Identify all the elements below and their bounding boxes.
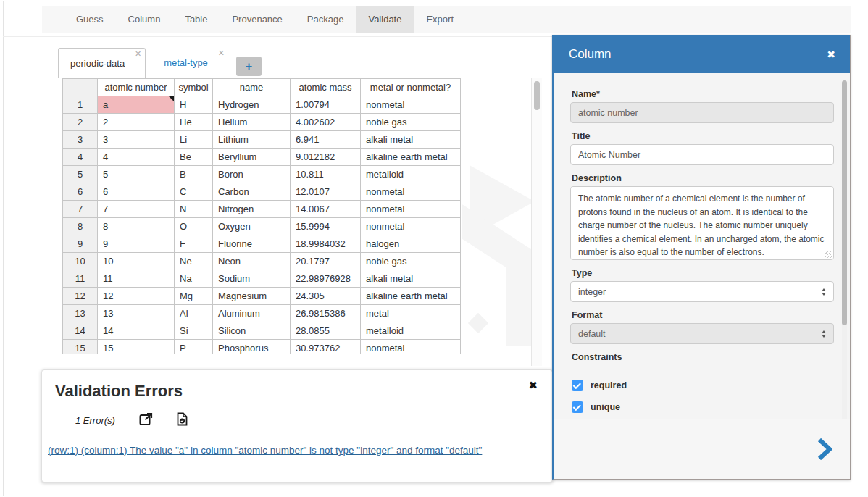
next-column-button[interactable] [817,438,832,463]
grid-cell[interactable]: alkaline earth metal [361,288,461,305]
grid-cell[interactable]: 20.1797 [291,253,361,270]
grid-cell[interactable]: Mg [175,288,213,305]
grid-cell-error[interactable]: a [98,96,175,114]
grid-cell[interactable]: 11 [98,270,175,288]
grid-cell[interactable]: noble gas [361,253,461,270]
nav-tab-provenance[interactable]: Provenance [220,6,294,33]
nav-tab-validate[interactable]: Validate [356,6,414,33]
grid-cell[interactable]: Hydrogen [213,96,291,114]
grid-cell[interactable]: 15.9994 [291,218,361,235]
row-number[interactable]: 2 [63,114,98,131]
grid-cell[interactable]: 6 [98,183,175,201]
grid-cell[interactable]: H [175,96,213,114]
grid-cell[interactable]: metalloid [361,322,461,340]
grid-cell[interactable]: F [175,235,213,253]
row-number[interactable]: 7 [63,201,98,218]
grid-cell[interactable]: Carbon [213,183,291,201]
grid-cell[interactable]: Beryllium [213,149,291,166]
grid-cell[interactable]: 22.98976928 [291,270,361,288]
required-checkbox[interactable] [572,380,583,391]
grid-column-header[interactable] [63,79,98,96]
grid-cell[interactable]: Oxygen [213,218,291,235]
row-number[interactable]: 14 [63,322,98,340]
grid-cell[interactable]: nonmetal [361,340,461,355]
grid-cell[interactable]: 12.0107 [291,183,361,201]
row-number[interactable]: 11 [63,270,98,288]
grid-cell[interactable]: 14.0067 [291,201,361,218]
grid-cell[interactable]: nonmetal [361,201,461,218]
grid-cell[interactable]: metal [361,305,461,322]
table-scrollbar-track[interactable] [531,78,542,366]
grid-cell[interactable]: Al [175,305,213,322]
grid-cell[interactable]: P [175,340,213,355]
type-select[interactable]: integer [570,281,834,302]
grid-cell[interactable]: 30.973762 [291,340,361,355]
grid-cell[interactable]: N [175,201,213,218]
nav-tab-package[interactable]: Package [295,6,356,33]
grid-cell[interactable]: Li [175,131,213,149]
sheet-tab-periodic-data[interactable]: periodic-data✕ [58,48,146,78]
grid-cell[interactable]: O [175,218,213,235]
grid-cell[interactable]: 18.9984032 [291,235,361,253]
grid-cell[interactable]: 10.811 [291,166,361,183]
grid-cell[interactable]: Fluorine [213,235,291,253]
table-scrollbar-thumb[interactable] [534,81,540,110]
grid-cell[interactable]: 4.002602 [291,114,361,131]
grid-column-header[interactable]: symbol [175,79,213,96]
grid-cell[interactable]: alkali metal [361,270,461,288]
close-icon[interactable]: ✖ [827,49,835,59]
grid-cell[interactable]: Na [175,270,213,288]
row-number[interactable]: 9 [63,235,98,253]
row-number[interactable]: 15 [63,340,98,355]
grid-cell[interactable]: halogen [361,235,461,253]
grid-cell[interactable]: Si [175,322,213,340]
grid-cell[interactable]: 24.305 [291,288,361,305]
grid-cell[interactable]: Boron [213,166,291,183]
grid-cell[interactable]: Phosphorus [213,340,291,355]
grid-cell[interactable]: Ne [175,253,213,270]
grid-cell[interactable]: 4 [98,149,175,166]
grid-cell[interactable]: Be [175,149,213,166]
grid-cell[interactable]: Neon [213,253,291,270]
row-number[interactable]: 3 [63,131,98,149]
grid-cell[interactable]: 10 [98,253,175,270]
grid-cell[interactable]: 13 [98,305,175,322]
close-icon[interactable]: ✕ [218,49,225,57]
grid-cell[interactable]: noble gas [361,114,461,131]
grid-cell[interactable]: Helium [213,114,291,131]
nav-tab-table[interactable]: Table [172,6,220,33]
grid-cell[interactable]: B [175,166,213,183]
sheet-tab-metal-type[interactable]: metal-type✕ [152,48,228,78]
format-select[interactable]: default [570,323,834,344]
validation-error-link[interactable]: (row:1) (column:1) The value "a" in colu… [48,445,482,456]
description-field[interactable]: The atomic number of a chemical element … [570,186,834,260]
grid-cell[interactable]: Nitrogen [213,201,291,218]
grid-cell[interactable]: 1.00794 [291,96,361,114]
grid-column-header[interactable]: metal or nonmetal? [361,79,461,96]
grid-cell[interactable]: nonmetal [361,218,461,235]
grid-cell[interactable]: 28.0855 [291,322,361,340]
unique-checkbox[interactable] [572,401,583,413]
grid-cell[interactable]: C [175,183,213,201]
grid-cell[interactable]: 6.941 [291,131,361,149]
title-field[interactable] [570,144,834,165]
close-icon[interactable]: ✖ [528,380,538,390]
grid-cell[interactable]: 8 [98,218,175,235]
row-number[interactable]: 6 [63,183,98,201]
row-number[interactable]: 12 [63,288,98,305]
grid-cell[interactable]: Sodium [213,270,291,288]
close-icon[interactable]: ✕ [135,50,141,58]
grid-cell[interactable]: Silicon [213,322,291,340]
grid-cell[interactable]: 2 [98,114,175,131]
nav-tab-column[interactable]: Column [116,6,173,33]
name-field[interactable] [570,102,834,123]
grid-cell[interactable]: Lithium [213,131,291,149]
grid-cell[interactable]: 14 [98,322,175,340]
row-number[interactable]: 5 [63,166,98,183]
error-report-file-icon[interactable] [177,412,188,429]
grid-column-header[interactable]: atomic mass [291,79,361,96]
nav-tab-export[interactable]: Export [414,6,466,33]
row-number[interactable]: 1 [63,96,98,114]
add-sheet-button[interactable]: + [236,57,262,76]
grid-cell[interactable]: 15 [98,340,175,355]
